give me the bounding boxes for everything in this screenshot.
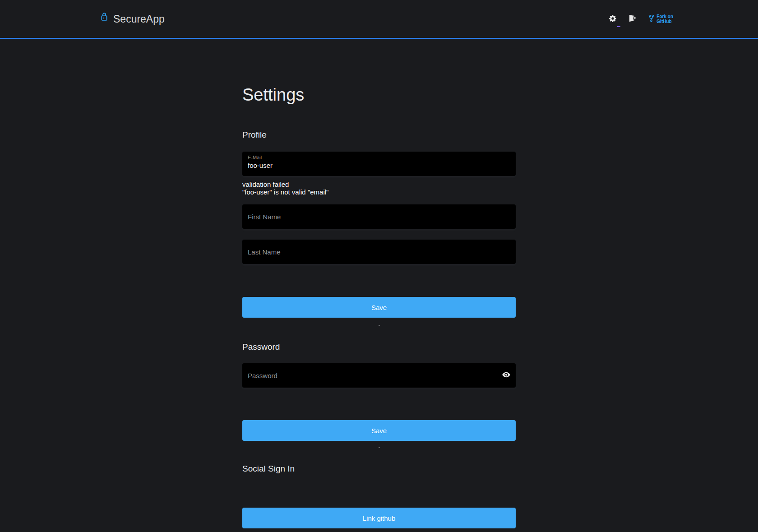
collapsed-spinner-dot <box>379 325 380 326</box>
gear-icon <box>609 14 617 24</box>
email-input[interactable] <box>248 162 510 169</box>
save-password-button[interactable]: Save <box>242 420 516 441</box>
logout-icon <box>628 14 636 24</box>
validation-line-1: validation failed <box>242 180 516 188</box>
fork-on-github-link[interactable]: Fork on GitHub <box>648 14 673 24</box>
page-title: Settings <box>242 85 516 105</box>
logout-button[interactable] <box>628 14 636 24</box>
password-field <box>242 363 516 388</box>
first-name-input[interactable] <box>242 204 516 229</box>
app-logo: SecureApp <box>100 13 165 25</box>
link-github-button[interactable]: Link github <box>242 508 516 528</box>
eye-icon <box>502 370 511 381</box>
password-section-title: Password <box>242 342 516 352</box>
settings-button[interactable] <box>609 14 617 24</box>
header-actions: Fork on GitHub <box>598 14 673 24</box>
password-input[interactable] <box>242 363 516 388</box>
active-indicator-dash <box>617 26 620 27</box>
lock-icon <box>100 13 108 23</box>
validation-line-2: "foo-user" is not valid "email" <box>242 188 516 196</box>
profile-section-title: Profile <box>242 130 516 139</box>
git-fork-icon <box>648 14 654 24</box>
social-sign-in-section-title: Social Sign In <box>242 464 516 473</box>
settings-page: Settings Profile E-Mail validation faile… <box>242 85 516 528</box>
fork-link-label: Fork on GitHub <box>656 14 673 24</box>
toggle-password-visibility-button[interactable] <box>502 370 511 381</box>
email-validation-message: validation failed "foo-user" is not vali… <box>242 180 516 196</box>
last-name-input[interactable] <box>242 240 516 264</box>
app-title: SecureApp <box>113 13 165 25</box>
app-header: SecureApp <box>0 0 758 39</box>
email-field[interactable]: E-Mail <box>242 152 516 176</box>
save-profile-button[interactable]: Save <box>242 297 516 318</box>
email-field-label: E-Mail <box>248 155 510 161</box>
collapsed-spinner-dot <box>379 447 380 448</box>
